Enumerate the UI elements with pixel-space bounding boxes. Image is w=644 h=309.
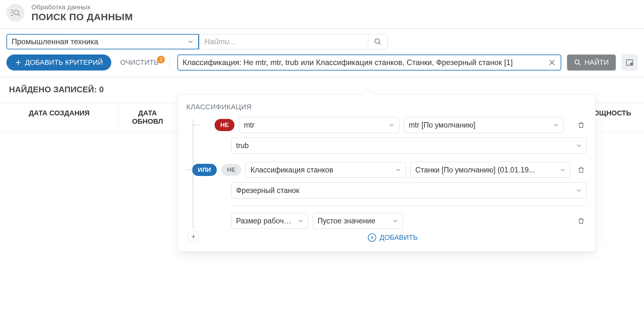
chevron-down-icon [298,218,303,224]
delete-row-5-button[interactable] [575,215,587,227]
vertical-divider [169,56,170,69]
condition-row-2: trub [199,138,587,154]
inner-divider [231,205,587,206]
chevron-down-icon [576,188,582,193]
condition-row-4: Фрезерный станок [199,182,587,198]
svg-line-12 [579,63,580,65]
search-button[interactable] [368,34,387,49]
add-criteria-label: ДОБАВИТЬ КРИТЕРИЙ [25,58,103,67]
not-pill-inactive[interactable]: НЕ [221,164,241,176]
version-select-1-value: mtr [По умолчанию] [409,121,475,129]
tree-connector [186,170,193,170]
chevron-down-icon [560,167,565,173]
close-icon [548,58,556,67]
version-select-2-value: Станки [По умолчанию] (01.01.19... [415,166,535,174]
condition-block-2: ИЛИ НЕ Классификация станков Станки [По … [199,162,587,242]
clear-label: ОЧИСТИТЬ [120,58,158,66]
svg-point-11 [575,60,579,64]
svg-point-5 [375,39,379,43]
page-title: ПОИСК ПО ДАННЫМ [31,12,133,22]
criteria-chip-text: Классификация: Не mtr, mtr, trub или Кла… [182,58,513,67]
condition-block-1: НЕ mtr mtr [По умолчанию] trub [199,117,587,154]
classifier-select-2[interactable]: Классификация станков [246,162,406,178]
condition-tree: НЕ mtr mtr [По умолчанию] trub [186,117,587,242]
find-button[interactable]: НАЙТИ [567,54,616,71]
search-icon [374,38,382,46]
node-select-1-value: trub [236,141,249,150]
delete-row-1-button[interactable] [575,119,587,131]
search-placeholder: Найти... [204,37,235,46]
search-input[interactable]: Найти... [199,34,388,49]
find-label: НАЙТИ [584,58,609,67]
svg-point-3 [14,10,19,15]
condition-row-1: НЕ mtr mtr [По умолчанию] [199,117,587,133]
search-icon [574,59,581,66]
clear-button[interactable]: ОЧИСТИТЬ 2 [117,58,162,67]
classifier-select-1[interactable]: mtr [239,117,399,133]
attr-select-3[interactable]: Размер рабочег... [231,213,308,229]
operator-select-3[interactable]: Пустое значение [313,213,403,229]
criteria-bar: ДОБАВИТЬ КРИТЕРИЙ ОЧИСТИТЬ 2 Классификац… [0,54,644,78]
node-select-1[interactable]: trub [231,138,587,154]
classifier-select-2-value: Классификация станков [250,166,333,174]
svg-line-6 [379,43,381,45]
add-inner-label: ДОБАВИТЬ [379,233,418,242]
add-inner-button[interactable]: + ДОБАВИТЬ [199,233,555,242]
svg-line-4 [18,14,20,16]
search-row: Промышленная техника Найти... [0,29,644,54]
node-select-2[interactable]: Фрезерный станок [231,182,587,198]
condition-row-3: ИЛИ НЕ Классификация станков Станки [По … [192,162,587,178]
search-data-icon [10,8,21,18]
chevron-down-icon [395,167,401,173]
header-icon-wrap [6,4,24,22]
save-icon [625,58,634,67]
attr-select-3-value: Размер рабочег... [236,217,294,225]
delete-row-3-button[interactable] [575,164,587,176]
popover-title: КЛАССИФИКАЦИЯ [186,103,587,111]
criteria-chip-field[interactable]: Классификация: Не mtr, mtr, trub или Кла… [177,54,561,71]
version-select-1[interactable]: mtr [По умолчанию] [404,117,564,133]
condition-row-5: Размер рабочег... Пустое значение [199,213,587,229]
breadcrumb: Обработка данных [31,3,133,11]
column-created[interactable]: ДАТА СОЗДАНИЯ [0,103,119,131]
add-node-button[interactable]: + [188,231,199,242]
clear-count-badge: 2 [157,56,165,63]
classification-popover: КЛАССИФИКАЦИЯ НЕ mtr mtr [По умолчанию] [178,94,596,252]
version-select-2[interactable]: Станки [По умолчанию] (01.01.19... [411,162,570,178]
column-updated[interactable]: ДАТА ОБНОВЛ [119,103,176,131]
category-select-value: Промышленная техника [12,37,98,46]
or-pill[interactable]: ИЛИ [192,164,217,176]
plus-icon: + [191,233,196,240]
plus-icon [15,59,22,66]
save-search-button[interactable] [622,54,638,71]
plus-circle-icon: + [368,233,376,242]
trash-icon [577,121,585,129]
classifier-select-1-value: mtr [244,121,254,129]
chevron-down-icon [576,143,582,148]
not-pill-active[interactable]: НЕ [215,119,234,131]
add-criteria-button[interactable]: ДОБАВИТЬ КРИТЕРИЙ [6,54,111,71]
trash-icon [577,217,585,225]
trash-icon [577,166,585,174]
chevron-down-icon [389,122,394,128]
category-select[interactable]: Промышленная техника [6,34,199,49]
chevron-down-icon [553,122,559,128]
chip-remove-button[interactable] [548,58,556,67]
chevron-down-icon [393,218,398,224]
header-text: Обработка данных ПОИСК ПО ДАННЫМ [31,3,133,22]
node-select-2-value: Фрезерный станок [236,186,299,195]
operator-select-3-value: Пустое значение [318,217,375,225]
tree-connector [193,125,200,125]
page-header: Обработка данных ПОИСК ПО ДАННЫМ [0,0,644,29]
chevron-down-icon [187,38,194,45]
